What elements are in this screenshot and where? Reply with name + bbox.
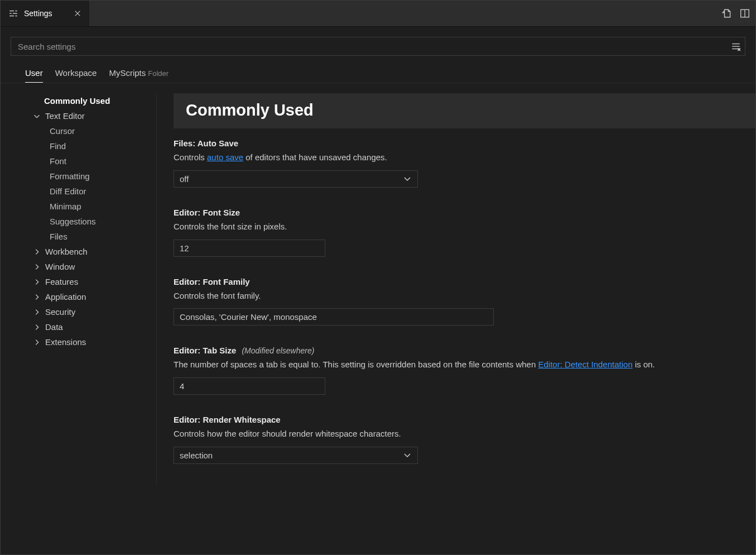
toc-text-editor[interactable]: Text Editor <box>30 108 156 123</box>
select-render-whitespace[interactable]: selection <box>174 447 418 464</box>
split-editor-icon[interactable] <box>740 8 750 18</box>
toc-label: Text Editor <box>45 111 85 121</box>
toc-minimap[interactable]: Minimap <box>30 199 156 214</box>
settings-toc: Commonly Used Text Editor Cursor Find Fo… <box>1 93 157 484</box>
toc-label: Window <box>45 262 75 271</box>
setting-editor-font-family: Editor: Font Family Controls the font fa… <box>174 277 755 326</box>
scope-folder-name: MyScripts <box>109 68 146 78</box>
toc-font[interactable]: Font <box>30 154 156 169</box>
link-auto-save[interactable]: auto save <box>207 152 243 162</box>
chevron-right-icon <box>32 293 42 301</box>
setting-description: The number of spaces a tab is equal to. … <box>174 358 755 371</box>
open-settings-json-icon[interactable] <box>722 8 732 18</box>
chevron-down-icon <box>403 451 412 460</box>
scope-folder[interactable]: MyScripts Folder <box>109 68 168 82</box>
setting-files-auto-save: Files: Auto Save Controls auto save of e… <box>174 138 755 188</box>
setting-description: Controls the font family. <box>174 290 755 302</box>
chevron-down-icon <box>32 112 42 120</box>
chevron-right-icon <box>32 323 42 331</box>
select-auto-save[interactable]: off <box>174 170 418 188</box>
scope-user[interactable]: User <box>25 68 43 83</box>
setting-description: Controls how the editor should render wh… <box>174 428 755 440</box>
setting-title: Editor: Font Family <box>174 277 755 286</box>
toc-window[interactable]: Window <box>30 259 156 274</box>
setting-description: Controls auto save of editors that have … <box>174 151 755 164</box>
toc-label: Data <box>45 322 63 332</box>
toc-label: Features <box>45 277 78 286</box>
toc-formatting[interactable]: Formatting <box>30 169 156 184</box>
setting-editor-font-size: Editor: Font Size Controls the font size… <box>174 208 755 257</box>
input-font-family[interactable] <box>174 308 494 326</box>
chevron-right-icon <box>32 263 42 271</box>
modified-elsewhere-label: (Modified elsewhere) <box>242 346 314 355</box>
chevron-right-icon <box>32 308 42 316</box>
setting-title: Editor: Tab Size (Modified elsewhere) <box>174 346 755 355</box>
input-tab-size[interactable] <box>174 377 325 395</box>
link-detect-indentation[interactable]: Editor: Detect Indentation <box>538 360 632 369</box>
scope-folder-suffix: Folder <box>148 69 168 78</box>
setting-title: Editor: Render Whitespace <box>174 415 755 424</box>
chevron-right-icon <box>32 248 42 256</box>
tab-label: Settings <box>24 9 52 18</box>
toc-label: Security <box>45 307 75 317</box>
chevron-right-icon <box>32 338 42 346</box>
toc-security[interactable]: Security <box>30 304 156 319</box>
toc-label: Workbench <box>45 247 88 256</box>
setting-editor-render-whitespace: Editor: Render Whitespace Controls how t… <box>174 415 755 464</box>
toc-label: Extensions <box>45 337 86 347</box>
chevron-right-icon <box>32 278 42 286</box>
scope-workspace[interactable]: Workspace <box>55 68 97 82</box>
settings-file-icon <box>8 8 18 18</box>
toc-extensions[interactable]: Extensions <box>30 334 156 350</box>
toc-files[interactable]: Files <box>30 229 156 244</box>
settings-scope-tabs: User Workspace MyScripts Folder <box>1 56 755 83</box>
select-value: off <box>180 174 189 184</box>
tabbar-actions <box>716 1 755 26</box>
search-settings-input[interactable] <box>11 37 745 56</box>
tab-settings[interactable]: Settings <box>1 1 90 26</box>
chevron-down-icon <box>403 174 412 183</box>
settings-content: Commonly Used Files: Auto Save Controls … <box>157 93 755 484</box>
toc-features[interactable]: Features <box>30 274 156 289</box>
setting-title: Files: Auto Save <box>174 138 755 148</box>
setting-title: Editor: Font Size <box>174 208 755 217</box>
toc-find[interactable]: Find <box>30 138 156 154</box>
toc-commonly-used[interactable]: Commonly Used <box>30 93 156 108</box>
toc-workbench[interactable]: Workbench <box>30 244 156 259</box>
setting-description: Controls the font size in pixels. <box>174 221 755 233</box>
toc-label: Application <box>45 292 86 302</box>
setting-editor-tab-size: Editor: Tab Size (Modified elsewhere) Th… <box>174 346 755 395</box>
input-font-size[interactable] <box>174 240 325 257</box>
close-icon[interactable] <box>74 9 81 17</box>
toc-diff-editor[interactable]: Diff Editor <box>30 184 156 199</box>
toc-cursor[interactable]: Cursor <box>30 123 156 138</box>
select-value: selection <box>180 451 213 460</box>
toc-data[interactable]: Data <box>30 319 156 334</box>
toc-suggestions[interactable]: Suggestions <box>30 214 156 229</box>
content-heading: Commonly Used <box>174 93 755 128</box>
clear-search-icon[interactable] <box>731 41 741 51</box>
toc-application[interactable]: Application <box>30 289 156 304</box>
editor-tab-bar: Settings <box>1 1 755 27</box>
